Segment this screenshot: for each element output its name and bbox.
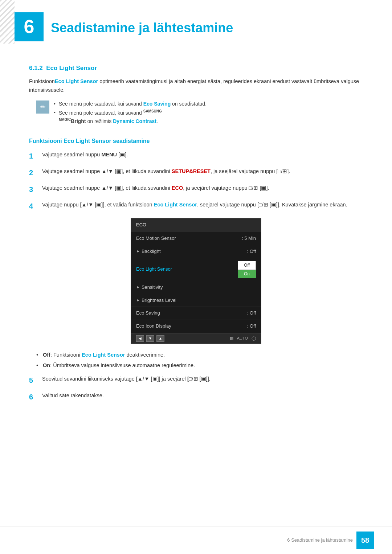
footer-page-number: 58 <box>356 532 374 549</box>
eco-menu-footer: ◀ ▼ ▲ ▩ AUTO ◯ <box>131 333 261 344</box>
step-number-2: 2 <box>29 167 37 178</box>
on-label: On <box>43 362 50 368</box>
dynamic-contrast-highlight: Dynamic Contrast <box>113 118 156 124</box>
steps-list: 1 Vajutage seadmel nuppu MENU [▣]. 2 Vaj… <box>29 151 363 212</box>
step-text-4: Vajutage nuppu [▲/▼ [▣]], et valida funk… <box>42 201 363 209</box>
option-on: On: Ümbritseva valguse intensiivsuse aut… <box>36 361 363 370</box>
eco-saving-highlight: Eco Saving <box>143 101 171 107</box>
eco-menu-item-brightness: ► Brightness Level <box>131 294 261 307</box>
motion-sensor-label: Eco Motion Sensor <box>136 235 176 242</box>
eco-menu-item-light-sensor: Eco Light Sensor Off On <box>131 258 261 281</box>
note-icon <box>36 100 49 114</box>
bright-highlight: Bright <box>71 118 86 124</box>
chapter-title: Seadistamine ja lähtestamine <box>51 11 233 38</box>
subsection-heading: Funktsiooni Eco Light Sensor seadistamin… <box>29 136 363 146</box>
brightness-label: ► Brightness Level <box>136 297 176 304</box>
content-area: 6.1.2 Eco Light Sensor FunktsioonEco Lig… <box>0 49 392 430</box>
step-text-2: Vajutage seadmel nuppe ▲/▼ [▣], et liiku… <box>42 167 363 176</box>
step-number-3: 3 <box>29 184 37 195</box>
step-number-4: 4 <box>29 201 37 212</box>
sensitivity-arrow: ► <box>136 284 140 291</box>
step-6: 6 Valitud säte rakendatakse. <box>29 391 363 402</box>
eco-menu-item-saving: Eco Saving : Off <box>131 307 261 320</box>
section-id: 6.1.2 <box>29 65 43 71</box>
icon-display-value: : Off <box>247 323 256 330</box>
backlight-value: : Off <box>247 248 256 255</box>
ctrl-up: ▲ <box>156 335 164 342</box>
eco-menu-item-sensitivity: ► Sensitivity <box>131 281 261 294</box>
section-title: Eco Light Sensor <box>46 65 97 71</box>
footer-auto-label: AUTO <box>237 335 248 342</box>
page-footer: 6 Seadistamine ja lähtestamine 58 <box>0 526 392 554</box>
step-2: 2 Vajutage seadmel nuppe ▲/▼ [▣], et lii… <box>29 167 363 178</box>
step-text-1: Vajutage seadmel nuppu MENU [▣]. <box>42 151 363 159</box>
step-number-1: 1 <box>29 151 37 161</box>
note-list: See menü pole saadaval, kui suvand Eco S… <box>54 100 207 126</box>
dropdown-off: Off <box>238 261 256 270</box>
off-label: Off <box>43 352 50 358</box>
step-4: 4 Vajutage nuppu [▲/▼ [▣]], et valida fu… <box>29 201 363 212</box>
motion-sensor-value: : 5 Min <box>242 235 256 242</box>
intro-highlight: Eco Light Sensor <box>55 78 98 84</box>
step-1: 1 Vajutage seadmel nuppu MENU [▣]. <box>29 151 363 161</box>
eco-menu-screenshot: ECO Eco Motion Sensor : 5 Min ► Backligh… <box>131 218 261 344</box>
footer-controls: ◀ ▼ ▲ <box>136 335 164 342</box>
footer-monitor-icon: ▩ <box>230 335 233 342</box>
footer-power-icon: ◯ <box>252 335 256 342</box>
step-text-5: Soovitud suvandini liikumiseks vajutage … <box>42 375 363 383</box>
note-item-1: See menü pole saadaval, kui suvand Eco S… <box>54 100 207 108</box>
light-sensor-label: Eco Light Sensor <box>136 266 172 273</box>
steps-list-2: 5 Soovitud suvandini liikumiseks vajutag… <box>29 375 363 402</box>
option-off: Off: Funktsiooni Eco Light Sensor deakti… <box>36 350 363 360</box>
chapter-header: 6 Seadistamine ja lähtestamine <box>0 0 392 49</box>
backlight-label: ► Backlight <box>136 248 161 255</box>
footer-chapter-text: 6 Seadistamine ja lähtestamine <box>287 537 353 544</box>
saving-value: : Off <box>247 309 256 317</box>
sensitivity-label: ► Sensitivity <box>136 284 163 291</box>
intro-before: Funktsioon <box>29 78 55 84</box>
chapter-number: 6 <box>15 12 44 41</box>
saving-label: Eco Saving <box>136 309 160 317</box>
section-heading: 6.1.2 Eco Light Sensor <box>29 63 363 73</box>
backlight-arrow: ► <box>136 248 140 255</box>
step-number-6: 6 <box>29 391 37 402</box>
note-box: See menü pole saadaval, kui suvand Eco S… <box>36 100 363 126</box>
option-list: Off: Funktsiooni Eco Light Sensor deakti… <box>36 350 363 370</box>
brightness-arrow: ► <box>136 297 140 304</box>
stripe-decoration <box>0 0 15 44</box>
eco-menu-item-icon-display: Eco Icon Display : Off <box>131 320 261 333</box>
eco-menu-item-backlight: ► Backlight : Off <box>131 245 261 258</box>
footer-right: ▩ AUTO ◯ <box>230 335 256 342</box>
intro-paragraph: FunktsioonEco Light Sensor optimeerib va… <box>29 77 363 95</box>
dropdown-on: On <box>238 270 256 278</box>
step-3: 3 Vajutage seadmel nuppe ▲/▼ [▣], et lii… <box>29 184 363 195</box>
step-5: 5 Soovitud suvandini liikumiseks vajutag… <box>29 375 363 386</box>
note-item-2: See menü pole saadaval, kui suvand SAMSU… <box>54 108 207 125</box>
step-number-5: 5 <box>29 375 37 386</box>
light-sensor-value-pair: Off On <box>238 261 256 278</box>
step-text-6: Valitud säte rakendatakse. <box>42 391 363 400</box>
eco-menu-title: ECO <box>131 218 261 232</box>
step-text-3: Vajutage seadmel nuppe ▲/▼ [▣], et liiku… <box>42 184 363 193</box>
ctrl-left: ◀ <box>136 335 144 342</box>
eco-menu-item-motion: Eco Motion Sensor : 5 Min <box>131 232 261 245</box>
ctrl-down: ▼ <box>146 335 154 342</box>
icon-display-label: Eco Icon Display <box>136 323 171 330</box>
off-eco-highlight: Eco Light Sensor <box>82 352 125 358</box>
